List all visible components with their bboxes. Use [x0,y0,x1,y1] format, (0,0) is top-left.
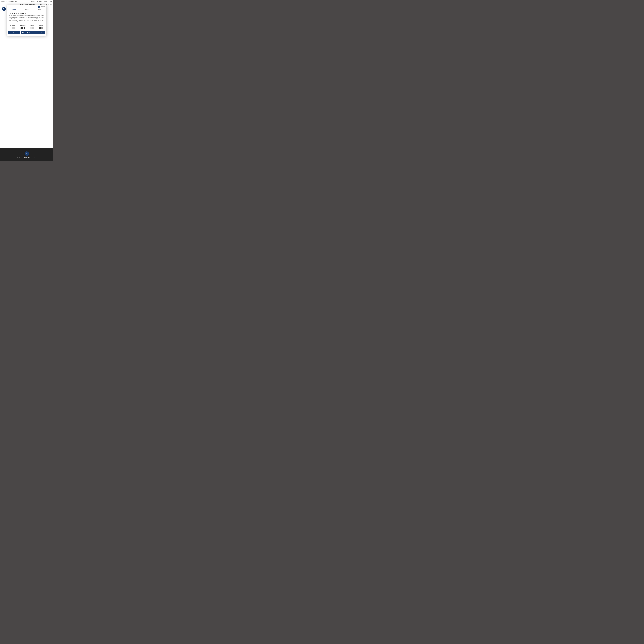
toggle-preferences: Preferences [20,25,26,29]
footer: C CR SERVICES CORBY LTD [0,148,53,161]
toggle-statistics: Statistics [30,25,34,29]
toggle-marketing: Marketing [39,25,43,29]
cookiebot-label: Cookiebot [40,6,45,7]
allow-all-button[interactable]: Allow all [33,31,45,34]
toggle-necessary-switch[interactable] [11,27,15,29]
cookiebot-header: C Cookiebot [7,5,46,8]
phone-text: | 01536 259615 | [30,1,38,2]
toggle-marketing-switch[interactable] [39,27,43,29]
email-text: info@crservicescorby.co.uk [39,1,52,2]
tab-consent[interactable]: Consent [7,8,20,11]
top-bar: Call Us Now to Request a Quote | 01536 2… [0,0,53,3]
tab-about[interactable]: About [33,8,46,11]
cookie-content: This website uses cookies. We use cookie… [7,11,46,24]
footer-company-name: CR SERVICES CORBY LTD [17,156,37,158]
footer-logo-area: C CR SERVICES CORBY LTD [17,151,37,158]
toggle-necessary-label: Necessary [10,25,15,26]
cookie-buttons: Deny Allow selection Allow all [7,30,46,36]
cookie-toggles: Necessary Preferences Statistics Marketi… [7,24,46,30]
toggle-marketing-label: Marketing [39,25,43,26]
cookie-description: We use cookies to personalise content an… [9,15,45,23]
toggle-statistics-switch[interactable] [30,27,34,29]
cookie-title: This website uses cookies. [9,13,45,14]
toggle-preferences-switch[interactable] [20,27,25,29]
allow-selection-button[interactable]: Allow selection [21,31,33,34]
cookiebot-logo-icon: C [38,6,40,8]
site-logo: C [2,5,7,9]
toggle-statistics-label: Statistics [30,25,34,26]
tab-details[interactable]: Details [20,8,33,11]
cookie-tabs: Consent Details About [7,8,46,11]
deny-button[interactable]: Deny [8,31,20,34]
toggle-necessary: Necessary [10,25,15,29]
cookiebot-logo: C Cookiebot [38,6,45,8]
cookie-dialog: C Cookiebot Consent Details About This w… [7,5,46,36]
cta-text: Call Us Now to Request a Quote [1,1,17,2]
toggle-preferences-label: Preferences [20,25,26,26]
footer-logo-icon: C [25,151,29,156]
